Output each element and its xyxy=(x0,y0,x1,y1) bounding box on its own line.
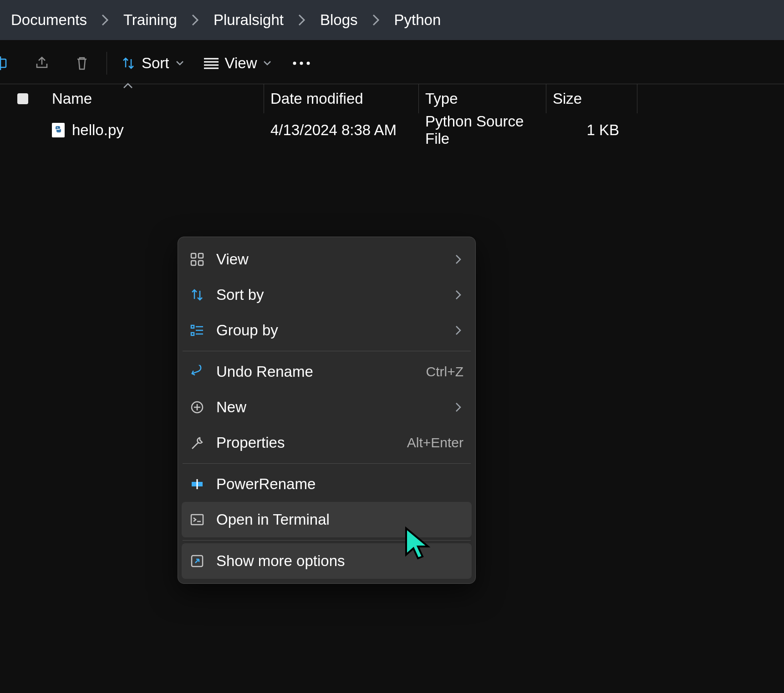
breadcrumb-item[interactable]: Documents xyxy=(11,11,87,29)
svg-point-10 xyxy=(59,132,60,133)
breadcrumb-item[interactable]: Pluralsight xyxy=(214,11,284,29)
chevron-right-icon xyxy=(295,14,309,26)
view-list-icon xyxy=(204,57,219,69)
sort-icon xyxy=(122,56,135,70)
group-icon xyxy=(190,323,204,338)
chevron-right-icon xyxy=(455,254,462,264)
file-type: Python Source File xyxy=(419,113,546,147)
menu-new-label: New xyxy=(216,399,463,416)
sort-label: Sort xyxy=(142,55,169,72)
chevron-down-icon xyxy=(263,61,271,66)
delete-icon[interactable] xyxy=(62,43,102,84)
more-button[interactable] xyxy=(281,61,321,66)
checkbox-icon xyxy=(17,93,28,104)
chevron-down-icon xyxy=(176,61,184,66)
chevron-right-icon xyxy=(98,14,112,26)
toolbar: Sort View xyxy=(0,43,784,84)
rename-icon[interactable] xyxy=(0,43,22,84)
expand-icon xyxy=(190,554,204,568)
sort-button[interactable]: Sort xyxy=(112,43,194,84)
menu-view-label: View xyxy=(216,251,463,268)
menu-separator xyxy=(183,463,471,464)
svg-point-9 xyxy=(57,127,58,128)
power-rename-icon xyxy=(190,477,204,491)
view-label: View xyxy=(225,55,257,72)
cursor-icon xyxy=(404,526,432,563)
file-row[interactable]: hello.py 4/13/2024 8:38 AM Python Source… xyxy=(0,114,784,147)
menu-undo-rename-shortcut: Ctrl+Z xyxy=(426,364,464,379)
svg-point-8 xyxy=(307,62,310,65)
file-size: 1 KB xyxy=(546,121,637,139)
menu-group-by[interactable]: Group by xyxy=(182,313,472,348)
menu-sort-by-label: Sort by xyxy=(216,286,463,304)
chevron-right-icon xyxy=(188,14,203,26)
share-icon[interactable] xyxy=(22,43,62,84)
svg-rect-13 xyxy=(191,261,196,265)
column-headers: Name Date modified Type Size xyxy=(0,84,784,114)
menu-properties[interactable]: Properties Alt+Enter xyxy=(182,425,472,460)
breadcrumb-item[interactable]: Training xyxy=(123,11,177,29)
chevron-right-icon xyxy=(455,325,462,335)
svg-point-6 xyxy=(293,62,296,65)
column-size[interactable]: Size xyxy=(546,84,637,113)
select-all-checkbox[interactable] xyxy=(0,93,46,104)
breadcrumb: Documents Training Pluralsight Blogs Pyt… xyxy=(0,0,784,43)
plus-circle-icon xyxy=(190,400,204,415)
menu-properties-label: Properties xyxy=(216,434,395,451)
column-name-label: Name xyxy=(52,90,92,107)
file-name: hello.py xyxy=(72,121,124,139)
chevron-up-icon xyxy=(123,82,133,89)
chevron-right-icon xyxy=(455,290,462,300)
terminal-icon xyxy=(190,512,204,527)
breadcrumb-item[interactable]: Blogs xyxy=(320,11,358,29)
column-name[interactable]: Name xyxy=(46,84,264,113)
menu-power-rename-label: PowerRename xyxy=(216,475,463,493)
column-type[interactable]: Type xyxy=(419,84,546,113)
menu-sort-by[interactable]: Sort by xyxy=(182,277,472,313)
breadcrumb-item[interactable]: Python xyxy=(394,11,441,29)
file-date: 4/13/2024 8:38 AM xyxy=(264,121,419,139)
menu-separator xyxy=(183,351,471,351)
menu-group-by-label: Group by xyxy=(216,322,463,339)
svg-rect-12 xyxy=(199,253,203,258)
svg-rect-17 xyxy=(191,333,194,335)
chevron-right-icon xyxy=(369,14,383,26)
menu-power-rename[interactable]: PowerRename xyxy=(182,466,472,502)
column-date-label: Date modified xyxy=(270,90,363,107)
python-file-icon xyxy=(52,123,65,137)
toolbar-divider xyxy=(107,52,107,75)
menu-properties-shortcut: Alt+Enter xyxy=(407,435,463,450)
menu-undo-rename-label: Undo Rename xyxy=(216,363,414,380)
wrench-icon xyxy=(190,435,204,450)
undo-icon xyxy=(190,364,204,379)
svg-rect-11 xyxy=(191,253,196,258)
svg-rect-15 xyxy=(191,325,194,328)
svg-rect-14 xyxy=(199,261,203,265)
menu-view[interactable]: View xyxy=(182,242,472,277)
chevron-right-icon xyxy=(455,402,462,412)
view-button[interactable]: View xyxy=(194,43,282,84)
column-date[interactable]: Date modified xyxy=(264,84,419,113)
menu-new[interactable]: New xyxy=(182,389,472,425)
svg-rect-25 xyxy=(191,515,203,525)
svg-point-7 xyxy=(300,62,303,65)
menu-open-terminal-label: Open in Terminal xyxy=(216,511,463,528)
grid-icon xyxy=(190,252,204,267)
column-size-label: Size xyxy=(553,90,582,107)
menu-undo-rename[interactable]: Undo Rename Ctrl+Z xyxy=(182,354,472,389)
column-type-label: Type xyxy=(425,90,458,107)
sort-icon xyxy=(190,288,204,302)
